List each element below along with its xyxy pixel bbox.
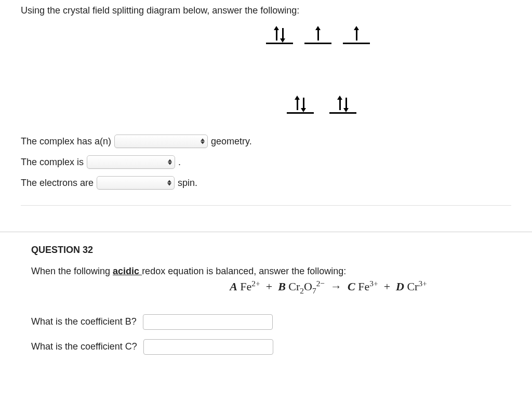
spin-select[interactable] <box>97 176 175 190</box>
electron-up-icon <box>354 27 359 42</box>
electron-down-icon <box>280 27 285 42</box>
coef-c: C <box>348 280 355 293</box>
acidic-word: acidic <box>113 266 142 276</box>
q32-intro-text: When the following acidic redox equation… <box>31 266 511 277</box>
question-32-body: QUESTION 32 When the following acidic re… <box>0 232 532 374</box>
q32-intro-pre: When the following <box>31 266 113 276</box>
coefficient-c-line: What is the coefficient C? <box>31 339 511 355</box>
orbital <box>329 95 356 114</box>
redox-equation: A Fe2+ + B Cr2O72− → C Fe3+ + D Cr3+ <box>31 279 511 296</box>
coefficient-b-line: What is the coefficient B? <box>31 314 511 330</box>
orbital <box>287 95 314 114</box>
coef-a: A <box>230 280 237 293</box>
spin-line: The electrons are spin. <box>21 176 511 190</box>
coefficient-b-input[interactable] <box>143 314 273 330</box>
orbital <box>304 25 331 44</box>
coef-d: D <box>396 280 404 293</box>
geometry-select[interactable] <box>114 135 208 148</box>
complex-is-post-text: . <box>178 157 181 168</box>
electron-up-icon <box>315 27 321 42</box>
complex-is-select[interactable] <box>87 155 175 169</box>
inner-divider <box>21 205 511 206</box>
coefficient-c-prompt: What is the coefficient C? <box>31 341 137 352</box>
electron-up-icon <box>295 97 300 111</box>
coefficient-c-input[interactable] <box>143 339 273 355</box>
orbital <box>266 25 293 44</box>
q31-intro-text: Using the crystal field splitting diagra… <box>21 5 511 16</box>
geometry-pre-text: The complex has a(n) <box>21 136 111 147</box>
complex-is-line: The complex is . <box>21 155 511 169</box>
question-31-body: Using the crystal field splitting diagra… <box>0 0 532 216</box>
upper-orbitals <box>266 25 370 44</box>
q32-intro-post: redox equation is balanced, answer the f… <box>142 266 346 276</box>
orbital <box>343 25 370 44</box>
electron-down-icon <box>343 97 349 111</box>
complex-is-pre-text: The complex is <box>21 157 84 168</box>
geometry-line: The complex has a(n) geometry. <box>21 135 511 148</box>
coef-b: B <box>278 280 286 293</box>
geometry-post-text: geometry. <box>211 136 252 147</box>
question-32-label: QUESTION 32 <box>31 245 511 256</box>
coefficient-b-prompt: What is the coefficient B? <box>31 316 137 327</box>
electron-up-icon <box>337 97 342 111</box>
electron-down-icon <box>301 97 306 111</box>
crystal-field-diagram <box>21 25 511 114</box>
electron-up-icon <box>274 27 279 42</box>
lower-orbitals <box>287 95 356 114</box>
spin-post-text: spin. <box>178 178 197 189</box>
spin-pre-text: The electrons are <box>21 178 94 189</box>
